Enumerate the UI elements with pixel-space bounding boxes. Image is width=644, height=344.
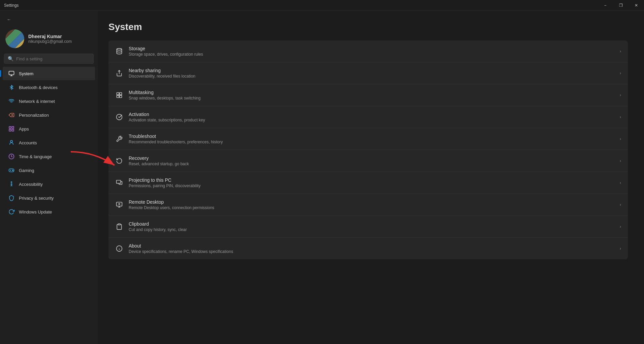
- settings-item-desc: Remote Desktop users, connection permiss…: [129, 205, 214, 210]
- svg-rect-4: [12, 126, 14, 128]
- sidebar-item-label: System: [19, 71, 33, 76]
- svg-rect-5: [9, 130, 11, 131]
- settings-item-nearby-sharing[interactable]: Nearby sharing Discoverability, received…: [108, 62, 628, 84]
- restore-button[interactable]: ❐: [613, 0, 629, 11]
- settings-item-title: Troubleshoot: [129, 134, 223, 139]
- person-icon: [8, 139, 15, 146]
- close-button[interactable]: ✕: [629, 0, 644, 11]
- sidebar-nav: System Bluetooth & devices Network & int…: [0, 66, 98, 219]
- settings-item-about[interactable]: About Device specifications, rename PC, …: [108, 238, 628, 259]
- user-section: Dheeraj Kumar nikunpubg1@gmail.com: [0, 25, 98, 54]
- settings-item-title: Storage: [129, 46, 203, 51]
- svg-rect-0: [9, 71, 14, 75]
- settings-item-left-clipboard: Clipboard Cut and copy history, sync, cl…: [115, 221, 187, 232]
- sidebar-item-update[interactable]: Windows Update: [3, 205, 95, 219]
- share-icon: [115, 69, 123, 77]
- search-icon: 🔍: [8, 56, 13, 61]
- settings-item-remote-desktop[interactable]: Remote Desktop Remote Desktop users, con…: [108, 194, 628, 216]
- settings-item-desc: Device specifications, rename PC, Window…: [129, 249, 233, 254]
- monitor-icon: [8, 70, 15, 77]
- settings-item-troubleshoot[interactable]: Troubleshoot Recommended troubleshooters…: [108, 128, 628, 150]
- settings-item-text-about: About Device specifications, rename PC, …: [129, 243, 233, 254]
- settings-item-title: Nearby sharing: [129, 68, 195, 73]
- sidebar-item-system[interactable]: System: [3, 67, 95, 80]
- sidebar-item-personalization[interactable]: Personalization: [3, 108, 95, 122]
- sidebar-item-accounts[interactable]: Accounts: [3, 136, 95, 149]
- settings-item-left-remote-desktop: Remote Desktop Remote Desktop users, con…: [115, 199, 214, 210]
- shield-icon: [8, 195, 15, 201]
- avatar-image: [5, 29, 24, 48]
- settings-item-desc: Discoverability, received files location: [129, 74, 195, 79]
- sidebar-item-label: Apps: [19, 126, 29, 132]
- wrench-icon: [115, 135, 123, 143]
- clipboard-icon: [115, 223, 123, 231]
- recovery-icon: [115, 157, 123, 165]
- sidebar-item-accessibility[interactable]: Accessibility: [3, 177, 95, 191]
- window-title: Settings: [4, 3, 19, 8]
- settings-item-text-activation: Activation Activation state, subscriptio…: [129, 112, 205, 122]
- back-button[interactable]: ←: [3, 15, 95, 24]
- search-box[interactable]: 🔍: [4, 54, 94, 64]
- svg-rect-18: [120, 93, 122, 95]
- svg-rect-22: [117, 180, 121, 183]
- bluetooth-icon: [8, 84, 15, 91]
- update-icon: [8, 208, 15, 215]
- settings-item-left-about: About Device specifications, rename PC, …: [115, 243, 233, 254]
- settings-list: Storage Storage space, drives, configura…: [108, 40, 628, 259]
- settings-item-text-storage: Storage Storage space, drives, configura…: [129, 46, 203, 57]
- settings-item-title: About: [129, 243, 233, 249]
- chevron-right-icon: ›: [620, 180, 621, 185]
- settings-item-title: Activation: [129, 112, 205, 117]
- settings-item-left-troubleshoot: Troubleshoot Recommended troubleshooters…: [115, 134, 223, 144]
- user-info: Dheeraj Kumar nikunpubg1@gmail.com: [28, 34, 72, 44]
- svg-rect-19: [117, 95, 119, 98]
- sidebar-item-apps[interactable]: Apps: [3, 122, 95, 136]
- titlebar: Settings − ❐ ✕: [0, 0, 644, 11]
- brush-icon: [8, 112, 15, 118]
- settings-item-projecting[interactable]: Projecting to this PC Permissions, pairi…: [108, 172, 628, 194]
- minimize-button[interactable]: −: [598, 0, 613, 11]
- sidebar-item-network[interactable]: Network & internet: [3, 94, 95, 108]
- sidebar-item-privacy[interactable]: Privacy & security: [3, 191, 95, 205]
- svg-rect-6: [12, 130, 14, 131]
- settings-item-left-nearby-sharing: Nearby sharing Discoverability, received…: [115, 68, 195, 79]
- user-email: nikunpubg1@gmail.com: [28, 39, 72, 44]
- settings-item-text-multitasking: Multitasking Snap windows, desktops, tas…: [129, 90, 200, 101]
- svg-rect-3: [9, 126, 11, 128]
- sidebar-item-time[interactable]: Time & language: [3, 150, 95, 163]
- settings-item-clipboard[interactable]: Clipboard Cut and copy history, sync, cl…: [108, 216, 628, 238]
- chevron-right-icon: ›: [620, 246, 621, 251]
- multitask-icon: [115, 91, 123, 99]
- sidebar-item-bluetooth[interactable]: Bluetooth & devices: [3, 81, 95, 94]
- svg-rect-20: [120, 95, 122, 98]
- settings-item-left-storage: Storage Storage space, drives, configura…: [115, 46, 203, 57]
- settings-item-text-recovery: Recovery Reset, advanced startup, go bac…: [129, 155, 189, 166]
- activation-icon: [115, 113, 123, 121]
- sidebar-item-label: Bluetooth & devices: [19, 85, 58, 90]
- settings-item-title: Multitasking: [129, 90, 200, 95]
- storage-icon: [115, 47, 123, 55]
- chevron-right-icon: ›: [620, 159, 621, 163]
- window-controls: − ❐ ✕: [598, 0, 644, 11]
- settings-item-storage[interactable]: Storage Storage space, drives, configura…: [108, 40, 628, 62]
- search-input[interactable]: [16, 56, 90, 61]
- settings-item-text-remote-desktop: Remote Desktop Remote Desktop users, con…: [129, 199, 214, 210]
- settings-item-title: Recovery: [129, 155, 189, 161]
- settings-item-title: Projecting to this PC: [129, 177, 200, 183]
- settings-item-desc: Permissions, pairing PIN, discoverabilit…: [129, 183, 200, 188]
- project-icon: [115, 179, 123, 187]
- chevron-right-icon: ›: [620, 49, 621, 54]
- avatar: [5, 29, 24, 48]
- settings-item-recovery[interactable]: Recovery Reset, advanced startup, go bac…: [108, 150, 628, 172]
- settings-item-desc: Reset, advanced startup, go back: [129, 162, 189, 166]
- content-area: System Storage Storage space, drives, co…: [98, 11, 644, 344]
- settings-item-desc: Cut and copy history, sync, clear: [129, 227, 187, 232]
- settings-item-text-troubleshoot: Troubleshoot Recommended troubleshooters…: [129, 134, 223, 144]
- sidebar-item-label: Gaming: [19, 168, 34, 173]
- settings-item-activation[interactable]: Activation Activation state, subscriptio…: [108, 106, 628, 128]
- sidebar-item-label: Personalization: [19, 113, 49, 118]
- sidebar-item-gaming[interactable]: Gaming: [3, 164, 95, 177]
- settings-item-multitasking[interactable]: Multitasking Snap windows, desktops, tas…: [108, 84, 628, 106]
- svg-point-14: [11, 182, 12, 183]
- chevron-right-icon: ›: [620, 202, 621, 207]
